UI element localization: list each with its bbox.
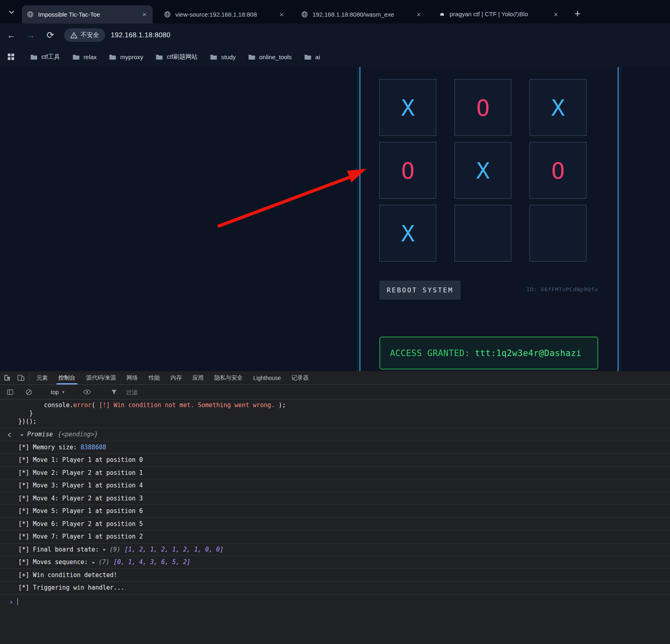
context-selector[interactable]: top ▼ <box>49 389 67 395</box>
log-text: [*] Move 3: Player 1 at position 4 <box>18 482 143 489</box>
reboot-system-button[interactable]: REBOOT SYSTEM <box>379 281 461 300</box>
access-granted-value: ttt:1q2w3e4r@Dashazi <box>475 348 582 358</box>
board-cell[interactable]: O <box>379 142 436 199</box>
bookmark-label: ctf工具 <box>41 53 60 61</box>
console-arraylog-row: [*] Final board state: ▶(9)[1, 2, 1, 2, … <box>0 543 670 556</box>
browser-tab[interactable]: Impossible Tic-Tac-Toe× <box>22 5 153 24</box>
chevron-down-icon <box>9 11 14 14</box>
board-cell[interactable]: X <box>530 79 586 136</box>
console-sidebar-icon[interactable] <box>3 389 17 396</box>
board-cell[interactable]: X <box>455 142 511 199</box>
filter-funnel-icon <box>107 389 121 395</box>
browser-window: Impossible Tic-Tac-Toe×view-source:192.1… <box>0 0 670 644</box>
log-text: [*] Memory size: <box>18 444 81 451</box>
live-expression-eye-icon[interactable] <box>80 389 94 395</box>
tab-title: view-source:192.168.1.18:808 <box>175 11 274 18</box>
log-text: [*] Final board state: <box>18 546 103 553</box>
clear-console-icon[interactable] <box>22 389 36 396</box>
devtools-tab[interactable]: 内存 <box>165 371 187 384</box>
bookmark-folder[interactable]: ctf刷题网站 <box>155 53 198 61</box>
board-cell[interactable]: O <box>455 79 511 136</box>
devtools-tab[interactable]: 隐私与安全 <box>209 371 248 384</box>
back-button[interactable]: ← <box>6 30 17 41</box>
address-toolbar: ← → ⟳ 不安全 192.168.1.18:8080 <box>0 24 670 47</box>
console-log-row: [*] Move 6: Player 2 at position 5 <box>0 518 670 531</box>
log-text: [*] Move 5: Player 1 at position 6 <box>18 507 143 515</box>
bookmark-folder[interactable]: ai <box>304 53 320 61</box>
devtools-tab[interactable]: 性能 <box>143 371 165 384</box>
tictactoe-board: XOXOXOX <box>379 79 586 262</box>
discord-favicon-icon <box>438 11 446 18</box>
x-mark: X <box>551 94 565 121</box>
console-code-line: } <box>18 409 670 417</box>
browser-tab[interactable]: view-source:192.168.1.18:808× <box>159 5 290 24</box>
browser-tab[interactable]: 192.168.1.18:8080/wasm_exe× <box>296 5 427 24</box>
devtools-tab[interactable]: 应用 <box>187 371 209 384</box>
board-cell[interactable]: X <box>379 79 436 136</box>
devtools-tab[interactable]: 元素 <box>31 371 53 384</box>
security-label: 不安全 <box>81 31 99 39</box>
log-text: [*] Move 6: Player 2 at position 5 <box>18 520 143 528</box>
bookmark-folder[interactable]: study <box>210 53 236 61</box>
apps-grid-icon[interactable] <box>7 53 15 60</box>
text-caret <box>17 598 18 605</box>
bookmark-label: study <box>221 54 236 60</box>
bookmark-folder[interactable]: myproxy <box>109 53 143 61</box>
context-label: top <box>51 389 58 395</box>
reload-button[interactable]: ⟳ <box>45 30 56 41</box>
expand-triangle-icon[interactable]: ▶ <box>103 547 106 552</box>
devtools-tab[interactable]: 控制台 <box>53 371 81 384</box>
bookmark-folder[interactable]: ctf工具 <box>30 53 60 61</box>
devtools-tab[interactable]: Lighthouse <box>248 371 287 384</box>
board-cell[interactable] <box>530 205 586 262</box>
folder-icon <box>155 54 163 60</box>
tab-close-button[interactable]: × <box>278 11 285 18</box>
console-arraylog-row: [*] Moves sequence: ▶(7)[0, 1, 4, 3, 6, … <box>0 556 670 569</box>
bookmark-folder[interactable]: online_tools <box>248 53 292 61</box>
devtools-tab[interactable]: 记录器 <box>286 371 314 384</box>
console-filter-input[interactable] <box>126 389 215 395</box>
array-preview: [1, 2, 1, 2, 1, 2, 1, 0, 0] <box>125 546 224 553</box>
security-chip[interactable]: 不安全 <box>64 28 105 42</box>
new-tab-button[interactable]: + <box>571 6 584 20</box>
log-text: [*] Moves sequence: <box>18 558 92 566</box>
prompt-chevron-icon: › <box>9 597 13 606</box>
game-panel: XOXOXOX REBOOT SYSTEM ID: V6fFMTuPCdWp9Q… <box>360 67 618 371</box>
board-cell[interactable] <box>455 205 511 262</box>
globe-favicon-icon <box>27 11 34 18</box>
console-log-row: [*] Triggering win handler... <box>0 582 670 595</box>
folder-icon <box>72 54 80 60</box>
console-log-row: [*] Move 7: Player 1 at position 2 <box>0 530 670 543</box>
address-bar[interactable]: 不安全 192.168.1.18:8080 <box>64 28 664 42</box>
array-length: (7) <box>99 558 110 566</box>
board-cell[interactable]: X <box>379 205 436 262</box>
board-cell[interactable]: O <box>530 142 586 199</box>
browser-tab[interactable]: pragyan ctf | CTF | YoloのBlo× <box>433 5 564 24</box>
inspect-element-icon[interactable] <box>0 371 14 384</box>
folder-icon <box>304 54 312 60</box>
expand-triangle-icon[interactable]: ▶ <box>93 560 95 565</box>
o-mark: O <box>476 94 490 121</box>
tab-close-button[interactable]: × <box>141 11 148 18</box>
tab-close-button[interactable]: × <box>552 11 559 18</box>
tab-search-button[interactable] <box>3 4 19 20</box>
bookmark-label: online_tools <box>259 54 292 60</box>
log-text: [*] Move 1: Player 1 at position 0 <box>18 456 143 464</box>
console-output: console.error( [!] Win condition not met… <box>0 399 670 644</box>
devtools-tab[interactable]: 网络 <box>121 371 143 384</box>
forward-button[interactable]: → <box>25 30 37 41</box>
access-granted-label: ACCESS GRANTED: <box>390 348 470 358</box>
globe-favicon-icon <box>164 11 171 18</box>
expand-triangle-icon[interactable]: ▶ <box>21 432 24 437</box>
tab-title: pragyan ctf | CTF | YoloのBlo <box>450 11 548 18</box>
bookmark-label: myproxy <box>120 54 143 60</box>
devtools-panel: 元素控制台源代码/来源网络性能内存应用隐私与安全Lighthouse记录器 to… <box>0 371 670 644</box>
device-toolbar-icon[interactable] <box>14 371 28 384</box>
folder-icon <box>248 54 256 60</box>
tab-close-button[interactable]: × <box>415 11 422 18</box>
globe-favicon-icon <box>301 11 308 18</box>
devtools-tab[interactable]: 源代码/来源 <box>81 371 121 384</box>
bookmark-folder[interactable]: relax <box>72 53 97 61</box>
object-preview: {<pending>} <box>58 431 98 438</box>
console-prompt[interactable]: › <box>0 595 670 609</box>
